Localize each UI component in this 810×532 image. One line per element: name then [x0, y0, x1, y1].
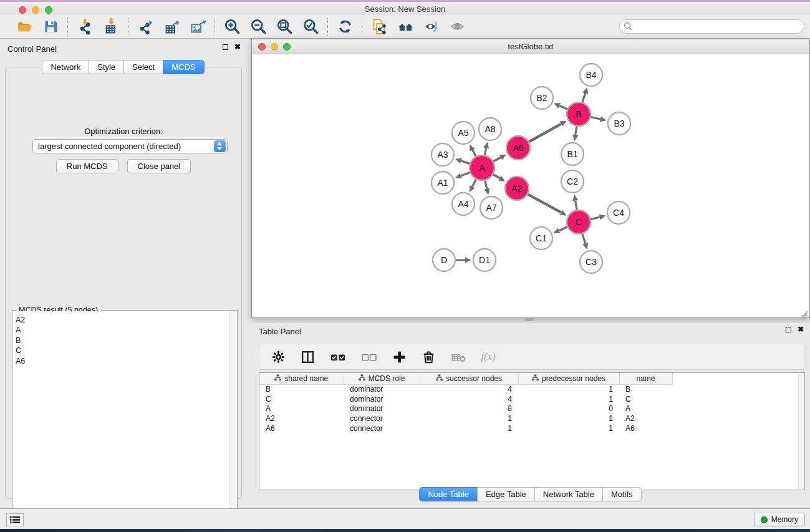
graph-edge-A6-B[interactable]: [529, 124, 561, 142]
graph-arrowhead-C-C2: [572, 195, 578, 201]
table-cell: connector: [344, 423, 420, 433]
select-all-checks-icon[interactable]: [329, 348, 347, 365]
graph-edge-A-A5[interactable]: [473, 150, 476, 156]
graph-edge-C-C2[interactable]: [576, 201, 577, 210]
table-cell: 1: [518, 414, 619, 423]
splitter-handle-horizontal[interactable]: [525, 318, 534, 321]
column-header-label: successor nodes: [446, 374, 502, 383]
delete-column-icon[interactable]: [421, 348, 436, 365]
graph-edge-C-C4[interactable]: [591, 217, 599, 219]
float-table-panel-icon[interactable]: [786, 327, 791, 332]
mcds-list-scrollbar[interactable]: [229, 311, 236, 516]
column-header-successor-nodes[interactable]: successor nodes: [420, 373, 518, 384]
tab-mcds[interactable]: MCDS: [163, 60, 204, 74]
control-panel: Control Panel ✖ Optimization criterion: …: [0, 41, 247, 505]
function-builder-icon[interactable]: f(x): [481, 348, 496, 365]
tab-select[interactable]: Select: [123, 60, 163, 74]
graph-node-label-C: C: [576, 217, 582, 227]
control-panel-tabs: NetworkStyleSelectMCDS: [42, 60, 204, 74]
graph-edge-A-A4[interactable]: [472, 180, 476, 187]
column-header-predecessor-nodes[interactable]: predecessor nodes: [518, 373, 619, 384]
close-panel-icon[interactable]: ✖: [234, 44, 241, 50]
refresh-network-icon[interactable]: [335, 17, 354, 36]
graph-edge-A2-C[interactable]: [528, 195, 561, 213]
graph-edge-A-A2[interactable]: [493, 175, 499, 178]
table-scrollbar[interactable]: [798, 374, 804, 489]
tab-network-table[interactable]: Network Table: [534, 487, 603, 501]
table-cell: 1: [518, 384, 619, 394]
tab-style[interactable]: Style: [89, 60, 124, 74]
table-settings-icon[interactable]: [271, 348, 286, 365]
table-row[interactable]: Cdominator41C: [259, 394, 672, 404]
main-toolbar: [0, 15, 810, 39]
close-table-panel-icon[interactable]: ✖: [798, 327, 804, 332]
graph-edge-C-C1[interactable]: [559, 227, 567, 231]
zoom-fit-icon[interactable]: [275, 17, 294, 36]
run-mcds-button[interactable]: Run MCDS: [56, 159, 118, 173]
resize-grip-icon[interactable]: [800, 308, 809, 317]
graph-edge-B-B4[interactable]: [582, 94, 586, 102]
zoom-in-icon[interactable]: [223, 17, 241, 36]
mcds-result-item[interactable]: A: [16, 325, 229, 335]
zoom-selected-icon[interactable]: [301, 17, 320, 36]
tab-motifs[interactable]: Motifs: [602, 487, 642, 501]
zoom-out-icon[interactable]: [249, 17, 268, 36]
tab-node-table[interactable]: Node Table: [419, 487, 478, 501]
app-titlebar: Session: New Session: [0, 2, 810, 15]
deselect-all-checks-icon[interactable]: [360, 348, 378, 365]
table-row[interactable]: A2connector11A2: [259, 414, 672, 423]
graph-node-label-A1: A1: [437, 178, 448, 188]
network-canvas[interactable]: AA1A2A3A4A5A6A7A8BB1B2B3B4CC1C2C3C4DD1: [252, 54, 809, 317]
table-row[interactable]: Adominator80A: [259, 404, 672, 414]
add-column-icon[interactable]: [392, 348, 407, 365]
tab-edge-table[interactable]: Edge Table: [477, 487, 535, 501]
column-header-shared-name[interactable]: shared name: [259, 373, 344, 384]
export-image-icon[interactable]: [188, 17, 207, 36]
tab-network[interactable]: Network: [42, 60, 89, 74]
graph-edge-A-A8[interactable]: [485, 148, 486, 155]
graph-edge-A-A1[interactable]: [461, 172, 470, 175]
graph-edge-B-B2[interactable]: [559, 106, 567, 109]
graph-edge-B-B1[interactable]: [576, 127, 577, 135]
table-cell: A6: [259, 423, 344, 433]
hide-graphics-icon[interactable]: [422, 17, 441, 36]
graph-node-label-D: D: [441, 255, 447, 265]
import-network-icon[interactable]: [75, 17, 94, 36]
column-header-name[interactable]: name: [619, 373, 672, 384]
graph-edge-B-B3[interactable]: [591, 117, 600, 119]
export-table-icon[interactable]: [162, 17, 181, 36]
column-visibility-icon[interactable]: [300, 348, 316, 365]
memory-button[interactable]: Memory: [754, 513, 805, 526]
graph-edge-A-A3[interactable]: [461, 161, 470, 164]
tree-column-icon: [436, 374, 443, 383]
column-header-MCDS-role[interactable]: MCDS role: [344, 373, 420, 384]
first-neighbors-icon[interactable]: [396, 17, 415, 36]
task-history-button[interactable]: [6, 513, 24, 526]
graph-edge-A-A6[interactable]: [493, 157, 501, 161]
table-cell: C: [619, 394, 672, 404]
table-row[interactable]: Bdominator41B: [259, 384, 672, 394]
mcds-result-item[interactable]: A6: [16, 356, 229, 366]
mcds-result-item[interactable]: A2: [16, 315, 229, 325]
graph-node-label-C3: C3: [586, 257, 597, 267]
table-cell: A: [259, 404, 344, 414]
graph-edge-C-C3[interactable]: [582, 234, 586, 243]
import-table-icon[interactable]: [102, 17, 120, 36]
optimization-criterion-select[interactable]: largest connected component (directed): [32, 139, 228, 153]
tree-column-icon: [532, 374, 539, 383]
delete-table-icon[interactable]: [450, 348, 467, 365]
duplicate-network-icon[interactable]: [370, 17, 388, 36]
open-session-icon[interactable]: [15, 17, 34, 36]
mcds-result-item[interactable]: C: [16, 346, 229, 355]
network-window-titlebar[interactable]: testGlobe.txt: [252, 39, 809, 54]
table-cell: A: [619, 404, 672, 414]
graph-edge-A-A7[interactable]: [485, 180, 487, 188]
search-input[interactable]: [619, 19, 804, 34]
table-row[interactable]: A6connector11A6: [259, 423, 672, 433]
birds-eye-view-icon[interactable]: [448, 17, 467, 36]
mcds-result-item[interactable]: B: [16, 336, 229, 346]
save-session-icon[interactable]: [41, 17, 60, 36]
close-panel-button[interactable]: Close panel: [127, 159, 191, 173]
float-panel-icon[interactable]: [223, 44, 228, 50]
export-network-icon[interactable]: [136, 17, 155, 36]
